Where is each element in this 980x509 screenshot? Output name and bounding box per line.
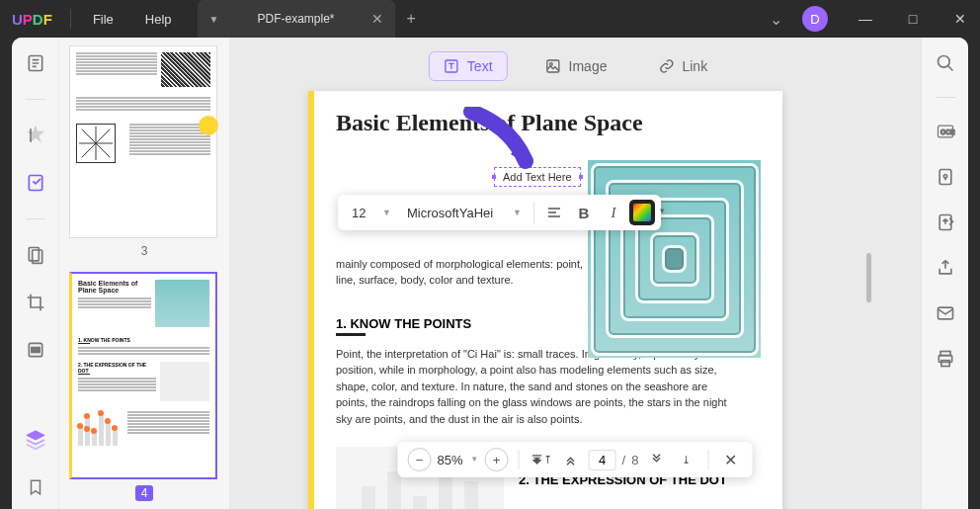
bookmark-icon[interactable] (24, 475, 47, 499)
print-icon[interactable] (934, 347, 957, 371)
arrow-pointer (461, 107, 550, 186)
page-image[interactable] (588, 160, 761, 358)
search-icon[interactable] (934, 51, 957, 75)
document-tab[interactable]: ▼ PDF-example* ✕ (198, 0, 395, 38)
format-toolbar: 12▼ MicrosoftYaHei▼ B I (338, 195, 661, 230)
svg-rect-5 (31, 348, 39, 353)
next-page-button[interactable] (644, 448, 668, 471)
edit-tool-icon[interactable] (24, 171, 47, 195)
page-intro-text: mainly composed of morphological element… (336, 256, 593, 289)
edit-link-button[interactable]: Link (644, 51, 721, 81)
page-total: 8 (631, 453, 638, 467)
tab-title: PDF-example* (228, 12, 363, 26)
prev-page-button[interactable] (559, 448, 583, 471)
tab-close-icon[interactable]: ✕ (371, 11, 383, 27)
layers-icon[interactable] (24, 428, 47, 452)
crop-tool-icon[interactable] (24, 291, 47, 314)
thumbnail-number-4: 4 (135, 485, 154, 501)
user-avatar[interactable]: D (802, 6, 828, 32)
thumbnail-panel[interactable]: 3 Basic Elements of Plane Space 1. KNOW … (59, 38, 229, 509)
svg-point-8 (549, 63, 552, 66)
redact-tool-icon[interactable] (24, 338, 47, 362)
close-button[interactable]: ✕ (940, 0, 980, 38)
export-icon[interactable] (934, 211, 957, 234)
align-button[interactable] (540, 199, 568, 226)
font-family-select[interactable]: MicrosoftYaHei▼ (399, 202, 528, 224)
page-navigation: − 85% + ⤒ / 8 ⤓ ✕ (398, 442, 753, 477)
font-size-select[interactable]: 12▼ (344, 202, 397, 224)
edit-text-button[interactable]: Text (429, 51, 508, 81)
share-icon[interactable] (934, 256, 957, 280)
first-page-button[interactable]: ⤒ (530, 448, 553, 471)
protect-icon[interactable] (934, 165, 957, 189)
menu-help[interactable]: Help (129, 12, 188, 27)
thumbnail-page-3[interactable] (69, 45, 217, 238)
zoom-out-button[interactable]: − (408, 448, 432, 471)
menu-file[interactable]: File (77, 12, 129, 27)
app-logo: UPDF (0, 11, 64, 28)
comment-tool-icon[interactable] (24, 124, 47, 147)
zoom-in-button[interactable]: + (485, 448, 509, 471)
minimize-button[interactable]: — (846, 0, 885, 38)
svg-point-9 (938, 56, 949, 68)
email-icon[interactable] (934, 301, 957, 325)
page-paragraph-1: Point, the interpretation of "Ci Hai" is… (336, 346, 741, 428)
svg-text:OCR: OCR (940, 128, 955, 135)
organize-tool-icon[interactable] (24, 243, 47, 267)
edit-image-button[interactable]: Image (531, 51, 621, 81)
color-picker[interactable] (629, 200, 655, 225)
chevron-down-icon[interactable]: ⌄ (770, 10, 782, 29)
page-separator: / (622, 453, 626, 467)
svg-point-13 (943, 175, 946, 178)
last-page-button[interactable]: ⤓ (674, 448, 697, 471)
italic-button[interactable]: I (600, 199, 627, 226)
thumbnail-number-3: 3 (69, 244, 219, 258)
ocr-icon[interactable]: OCR (934, 120, 957, 143)
tab-add-icon[interactable]: + (407, 10, 416, 28)
svg-rect-7 (547, 60, 559, 72)
close-nav-button[interactable]: ✕ (718, 448, 742, 471)
scrollbar[interactable] (866, 253, 871, 302)
reader-tool-icon[interactable] (24, 51, 47, 75)
page-number-input[interactable] (589, 450, 616, 470)
thumbnail-page-4[interactable]: Basic Elements of Plane Space 1. KNOW TH… (69, 272, 217, 479)
bold-button[interactable]: B (570, 199, 598, 226)
maximize-button[interactable]: □ (893, 0, 933, 38)
zoom-select[interactable]: 85% (438, 453, 479, 467)
tab-dropdown-icon[interactable]: ▼ (209, 14, 219, 25)
